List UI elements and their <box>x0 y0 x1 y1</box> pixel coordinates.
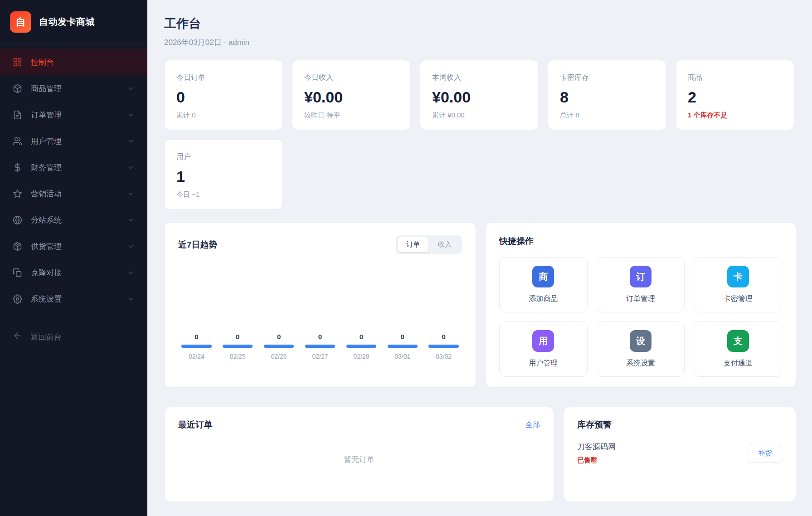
quick-action-icon: 订 <box>630 266 652 287</box>
bar-value: 0 <box>343 333 379 341</box>
sidebar-item-label: 用户管理 <box>31 136 62 146</box>
dollar-icon <box>13 163 22 172</box>
quick-action-tile[interactable]: 订 订单管理 <box>597 257 685 312</box>
stats-grid: 今日订单 0 累计 0 今日收入 ¥0.00 较昨日 持平 本周收入 ¥0.00… <box>164 60 796 209</box>
chevron-down-icon <box>127 269 135 277</box>
quick-actions-grid: 商 添加商品 订 订单管理 卡 卡密管理 用 用户管理 设 系统设置 <box>499 257 782 377</box>
sidebar-item-label: 订单管理 <box>31 110 62 120</box>
sidebar-item[interactable]: 营销活动 <box>0 180 147 207</box>
back-to-frontend-button[interactable]: 返回前台 <box>0 326 147 348</box>
stat-card: 今日收入 ¥0.00 较昨日 持平 <box>292 60 411 130</box>
gear-icon <box>13 294 22 304</box>
quick-action-icon: 支 <box>727 330 749 352</box>
recent-orders-header: 最近订单 全部 <box>178 419 540 431</box>
quick-action-label: 添加商品 <box>529 294 558 304</box>
sidebar-item[interactable]: 分站系统 <box>0 207 147 233</box>
stat-value: 0 <box>176 88 271 106</box>
bar <box>223 345 253 348</box>
stat-label: 用户 <box>176 152 271 162</box>
stat-label: 本周收入 <box>432 73 526 83</box>
trend-column: 0 02/24 <box>178 333 215 360</box>
trend-tab[interactable]: 收入 <box>429 237 460 252</box>
view-all-orders-link[interactable]: 全部 <box>525 420 540 430</box>
quick-action-tile[interactable]: 卡 卡密管理 <box>694 257 782 312</box>
trend-column: 0 02/25 <box>219 333 256 360</box>
stat-card: 用户 1 今日 +1 <box>164 139 283 209</box>
globe-icon <box>13 215 22 225</box>
quick-actions-card: 快捷操作 商 添加商品 订 订单管理 卡 卡密管理 用 用户管理 <box>485 222 796 388</box>
stock-alert-title: 库存预警 <box>577 419 782 431</box>
bar <box>181 345 211 348</box>
document-icon <box>13 110 22 120</box>
sidebar-item[interactable]: 供货管理 <box>0 233 147 259</box>
sidebar-item[interactable]: 控制台 <box>0 49 147 75</box>
stat-value: 2 <box>688 88 782 106</box>
bar-date: 03/02 <box>425 353 462 360</box>
trend-column: 0 03/02 <box>425 333 462 360</box>
sidebar-item[interactable]: 克隆对接 <box>0 259 147 286</box>
stat-sub: 1 个库存不足 <box>688 111 782 120</box>
bar <box>305 345 335 348</box>
trend-column: 0 03/01 <box>384 333 421 360</box>
trend-tabs: 订单收入 <box>396 235 462 254</box>
quick-action-label: 用户管理 <box>529 359 558 368</box>
sidebar-item[interactable]: 财务管理 <box>0 154 147 180</box>
stat-card: 商品 2 1 个库存不足 <box>676 60 794 130</box>
bar-date: 02/27 <box>302 353 339 360</box>
package-icon <box>13 242 22 251</box>
bar-date: 03/01 <box>384 353 421 360</box>
sidebar-item-label: 控制台 <box>31 57 54 68</box>
main-content: 工作台 2026年03月02日 · admin 今日订单 0 累计 0 今日收入… <box>147 0 812 516</box>
quick-action-tile[interactable]: 设 系统设置 <box>597 321 685 377</box>
quick-action-tile[interactable]: 用 用户管理 <box>499 321 588 377</box>
stat-value: ¥0.00 <box>432 88 526 106</box>
quick-action-tile[interactable]: 支 支付通道 <box>694 321 782 377</box>
stock-item-status: 已售罄 <box>577 456 616 465</box>
quick-action-icon: 用 <box>532 330 554 352</box>
stat-sub: 总计 8 <box>560 111 654 120</box>
trend-column: 0 02/28 <box>343 333 379 360</box>
back-to-frontend-label: 返回前台 <box>31 332 62 342</box>
chevron-down-icon <box>127 85 135 92</box>
bar <box>388 345 418 348</box>
sidebar-item-label: 财务管理 <box>31 162 62 173</box>
quick-action-label: 订单管理 <box>626 294 655 304</box>
cube-icon <box>13 84 22 93</box>
trend-chart-header: 近7日趋势 订单收入 <box>178 235 462 254</box>
sidebar-item-label: 供货管理 <box>31 241 62 252</box>
quick-action-icon: 商 <box>532 266 554 287</box>
trend-columns: 0 02/24 0 02/25 0 02/26 0 02/27 <box>178 261 462 360</box>
stock-item-name: 刀客源码网 <box>577 442 616 452</box>
stat-card: 今日订单 0 累计 0 <box>164 60 283 130</box>
quick-action-label: 卡密管理 <box>724 294 753 304</box>
sidebar-item-label: 营销活动 <box>31 189 62 199</box>
quick-action-icon: 设 <box>630 330 652 352</box>
trend-tab[interactable]: 订单 <box>398 237 428 252</box>
stock-alert-card: 库存预警 刀客源码网 已售罄 补货 <box>563 407 796 502</box>
grid-icon <box>13 58 22 67</box>
bar-value: 0 <box>261 333 297 341</box>
stat-card: 本周收入 ¥0.00 累计 ¥0.00 <box>420 60 539 130</box>
sidebar-item[interactable]: 商品管理 <box>0 75 147 102</box>
sidebar-item[interactable]: 订单管理 <box>0 102 147 128</box>
sidebar-item-label: 克隆对接 <box>31 268 62 278</box>
sidebar-item-label: 商品管理 <box>31 83 62 94</box>
quick-action-tile[interactable]: 商 添加商品 <box>499 257 588 312</box>
bar-date: 02/26 <box>261 353 297 360</box>
stat-sub: 今日 +1 <box>176 190 271 199</box>
stat-card: 卡密库存 8 总计 8 <box>548 60 666 130</box>
chevron-down-icon <box>127 216 135 224</box>
app-logo-icon: 自 <box>10 11 31 33</box>
chevron-down-icon <box>127 137 135 145</box>
stat-value: 8 <box>560 88 654 106</box>
sidebar-item[interactable]: 用户管理 <box>0 128 147 154</box>
stat-sub: 较昨日 持平 <box>304 111 399 120</box>
sidebar-item[interactable]: 系统设置 <box>0 286 147 312</box>
stat-value: 1 <box>176 168 271 185</box>
trend-column: 0 02/27 <box>302 333 339 360</box>
bar <box>428 345 458 348</box>
chevron-down-icon <box>127 111 135 119</box>
stat-label: 卡密库存 <box>560 73 654 83</box>
bar-value: 0 <box>302 333 339 341</box>
restock-button[interactable]: 补货 <box>748 444 782 462</box>
